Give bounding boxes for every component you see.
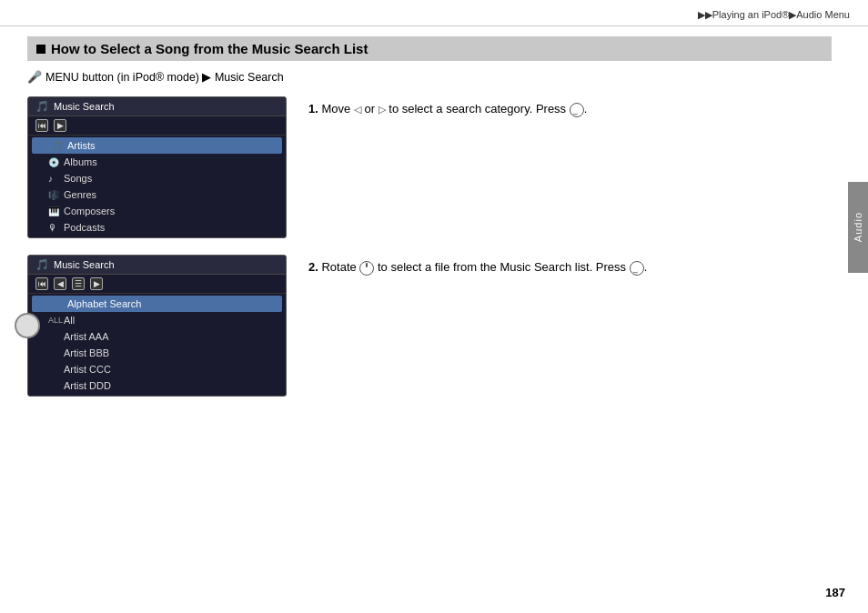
step-2-number: 2. [308, 260, 318, 274]
step-1-description: 1. Move ◁ or ▷ to select a search catego… [308, 96, 832, 119]
list-item[interactable]: ALL All [28, 312, 286, 328]
list-item[interactable]: 🎼 Genres [28, 186, 286, 203]
item-icon: 🎼 [48, 190, 59, 200]
step-2-description: 2. Rotate to select a file from the Musi… [308, 255, 832, 277]
screen-titlebar-2: 🎵 Music Search [28, 256, 286, 275]
panel-row-1: 🎵 Music Search ⏮ ▶ 🎵 Artists [27, 96, 832, 238]
screen-controls-2: ⏮ ◀ ☰ ▶ [28, 275, 286, 294]
item-label: All [64, 315, 75, 326]
panel-row-2: 🎵 Music Search ⏮ ◀ ☰ ▶ Alphabet [27, 255, 832, 397]
main-content: How to Select a Song from the Music Sear… [27, 36, 832, 577]
item-label: Podcasts [64, 222, 105, 233]
item-label: Composers [64, 206, 115, 216]
screen-list-1: 🎵 Artists 💿 Albums ♪ Songs 🎼 [28, 136, 286, 237]
list-item[interactable]: Artist BBB [28, 345, 286, 361]
sidebar-tab: Audio [848, 182, 868, 273]
left-knob [15, 313, 40, 338]
breadcrumb: ▶▶Playing an iPod®▶Audio Menu [698, 9, 850, 21]
prereq-line: 🎤 MENU button (in iPod® mode) ▶ Music Se… [27, 70, 832, 84]
item-icon: ♪ [48, 174, 59, 184]
item-label: Alphabet Search [67, 298, 141, 309]
item-label: Artist AAA [64, 331, 109, 342]
heading-square-icon [36, 45, 45, 54]
screen-list-2: Alphabet Search ALL All Artist AAA A [28, 294, 286, 396]
screen-mockup-1: 🎵 Music Search ⏮ ▶ 🎵 Artists [27, 96, 287, 238]
item-icon: 🎵 [52, 141, 63, 151]
item-label: Artist BBB [64, 347, 109, 358]
list-item[interactable]: Artist AAA [28, 328, 286, 345]
step-1-number: 1. [308, 102, 318, 116]
screen-mockup-2: 🎵 Music Search ⏮ ◀ ☰ ▶ Alphabet [27, 255, 287, 397]
item-label: Songs [64, 173, 92, 184]
item-label: Genres [64, 189, 96, 200]
rotate-knob-icon [359, 261, 374, 276]
ctrl-back-2[interactable]: ⏮ [35, 277, 48, 290]
list-item[interactable]: 🎙 Podcasts [28, 219, 286, 236]
item-icon: 💿 [48, 157, 59, 167]
note-icon-2: 🎵 [35, 258, 49, 271]
top-divider [0, 25, 868, 26]
ctrl-list-2[interactable]: ☰ [72, 277, 85, 290]
screen-controls-1: ⏮ ▶ [28, 116, 286, 136]
panels: 🎵 Music Search ⏮ ▶ 🎵 Artists [27, 96, 832, 397]
screen-title-1: Music Search [54, 101, 115, 112]
screen-title-2: Music Search [54, 259, 115, 270]
mic-icon: 🎤 [27, 70, 42, 84]
screen-wrapper-1: 🎵 Music Search ⏮ ▶ 🎵 Artists [27, 96, 287, 238]
list-item[interactable]: Alphabet Search [32, 296, 282, 312]
ctrl-play-2[interactable]: ▶ [90, 277, 103, 290]
confirm-icon-2 [630, 261, 644, 276]
list-item[interactable]: Artist DDD [28, 377, 286, 394]
list-item[interactable]: Artist CCC [28, 361, 286, 377]
page-number: 187 [825, 586, 845, 599]
item-icon: 🎹 [48, 206, 59, 216]
list-item[interactable]: ♪ Songs [28, 170, 286, 186]
item-label: Artist DDD [64, 380, 111, 391]
list-item[interactable]: 🎹 Composers [28, 203, 286, 219]
item-label: Artist CCC [64, 364, 111, 375]
confirm-icon-1 [570, 103, 584, 117]
list-item[interactable]: 💿 Albums [28, 154, 286, 170]
note-icon-1: 🎵 [35, 100, 49, 113]
ctrl-play-1[interactable]: ▶ [54, 119, 66, 132]
screen-titlebar-1: 🎵 Music Search [28, 97, 286, 116]
item-label: Artists [67, 140, 96, 151]
item-icon: 🎙 [48, 223, 59, 233]
section-heading-text: How to Select a Song from the Music Sear… [51, 41, 368, 56]
left-arrow-icon: ◁ [354, 102, 361, 118]
section-heading: How to Select a Song from the Music Sear… [27, 36, 832, 61]
sidebar-label: Audio [853, 212, 863, 242]
ctrl-prev-2[interactable]: ◀ [54, 277, 66, 290]
item-label: Albums [64, 156, 97, 167]
prereq-text: MENU button (in iPod® mode) ▶ Music Sear… [45, 70, 284, 84]
ctrl-back-1[interactable]: ⏮ [35, 119, 48, 132]
list-item[interactable]: 🎵 Artists [32, 137, 282, 154]
item-icon: ALL [48, 316, 59, 325]
right-arrow-icon: ▷ [378, 102, 386, 118]
screen-wrapper-2: 🎵 Music Search ⏮ ◀ ☰ ▶ Alphabet [27, 255, 287, 397]
